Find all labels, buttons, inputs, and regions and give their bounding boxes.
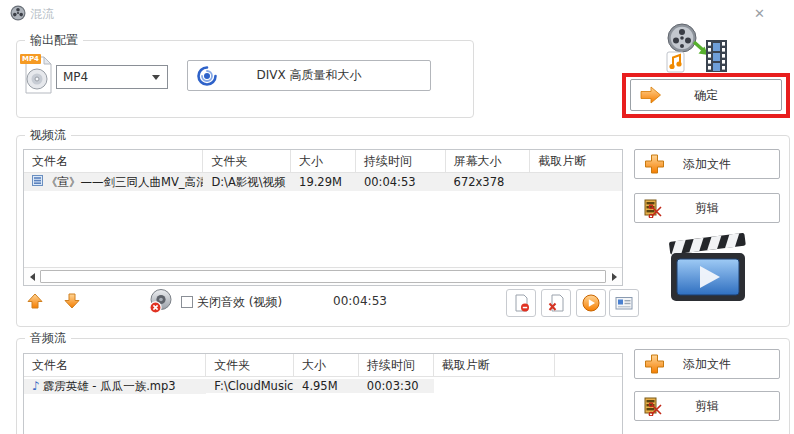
ok-button-label: 确定 — [694, 87, 718, 104]
video-file-icon — [32, 175, 43, 189]
audio-stream-legend: 音频流 — [25, 330, 71, 347]
format-select[interactable]: MP4 — [56, 65, 168, 89]
plus-icon — [644, 354, 665, 375]
profile-button[interactable]: DIVX 高质量和大小 — [187, 60, 431, 91]
col-size[interactable]: 大小 — [291, 150, 356, 172]
clapperboard-icon — [667, 229, 749, 306]
video-stream-group: 视频流 文件名 文件夹 大小 持续时间 屏幕大小 截取片断 《宣》——剑三同人曲… — [16, 135, 790, 327]
arrow-right-icon — [640, 86, 662, 105]
video-add-file-label: 添加文件 — [683, 156, 731, 173]
format-select-value: MP4 — [57, 70, 152, 84]
video-table-row[interactable]: 《宣》——剑三同人曲MV_高清... D:\A影视\视频 19.29M 00:0… — [24, 173, 622, 191]
col-folder[interactable]: 文件夹 — [203, 150, 291, 172]
audio-file-list: 文件名 文件夹 大小 持续时间 截取片断 ♪ 霹雳英雄 - 瓜瓜一族.mp3 F… — [23, 353, 623, 434]
col-empty[interactable] — [555, 354, 622, 376]
video-file-screensize: 672x378 — [446, 175, 531, 189]
audio-file-name: 霹雳英雄 - 瓜瓜一族.mp3 — [43, 379, 176, 394]
video-file-size: 19.29M — [291, 175, 356, 189]
move-down-icon[interactable] — [63, 292, 81, 313]
audio-add-file-label: 添加文件 — [683, 356, 731, 373]
move-up-icon[interactable] — [26, 292, 44, 313]
video-list-header: 文件名 文件夹 大小 持续时间 屏幕大小 截取片断 — [24, 150, 622, 173]
video-file-name: 《宣》——剑三同人曲MV_高清... — [46, 175, 203, 190]
properties-button[interactable] — [609, 289, 639, 317]
audio-add-file-button[interactable]: 添加文件 — [634, 349, 780, 379]
video-add-file-button[interactable]: 添加文件 — [634, 149, 780, 179]
col-clip[interactable]: 截取片断 — [530, 150, 622, 172]
scrollbar-thumb[interactable] — [40, 270, 606, 283]
col-filename[interactable]: 文件名 — [24, 150, 203, 172]
divx-profile-icon — [197, 66, 217, 86]
mp4-badge: MP4 — [20, 54, 41, 64]
output-config-legend: 输出配置 — [25, 32, 83, 49]
close-icon[interactable]: ✕ — [748, 4, 771, 23]
audio-file-duration: 00:03:30 — [359, 379, 434, 393]
col-filename[interactable]: 文件名 — [24, 354, 206, 376]
col-duration[interactable]: 持续时间 — [359, 354, 434, 376]
audio-file-folder: F:\CloudMusic — [206, 379, 294, 393]
mp4-file-icon: MP4 — [23, 54, 53, 97]
col-duration[interactable]: 持续时间 — [356, 150, 446, 172]
mux-media-icon — [658, 22, 730, 77]
col-screensize[interactable]: 屏幕大小 — [446, 150, 531, 172]
profile-button-label: DIVX 高质量和大小 — [256, 67, 361, 84]
audio-table-row[interactable]: ♪ 霹雳英雄 - 瓜瓜一族.mp3 F:\CloudMusic 4.95M 00… — [24, 377, 622, 395]
mute-audio-checkbox[interactable] — [181, 296, 193, 308]
mux-dialog-window: 混流 ✕ 输出配置 MP4 MP4 — [0, 0, 794, 434]
plus-icon — [644, 154, 665, 175]
video-edit-label: 剪辑 — [695, 200, 719, 217]
output-config-group: 输出配置 MP4 MP4 DIVX 高质量和大 — [16, 40, 474, 118]
scissors-clip-icon — [644, 396, 664, 416]
audio-stream-group: 音频流 文件名 文件夹 大小 持续时间 截取片断 ♪ 霹雳英雄 - 瓜瓜一族.m… — [16, 338, 790, 434]
delete-file-button[interactable] — [541, 289, 571, 317]
video-file-list: 文件名 文件夹 大小 持续时间 屏幕大小 截取片断 《宣》——剑三同人曲MV_高… — [23, 149, 623, 286]
mute-speaker-icon — [147, 288, 174, 318]
film-reel-icon — [10, 5, 26, 24]
col-clip[interactable]: 截取片断 — [434, 354, 556, 376]
play-button[interactable] — [576, 289, 606, 317]
col-size[interactable]: 大小 — [294, 354, 359, 376]
chevron-down-icon — [152, 75, 160, 80]
mute-audio-label: 关闭音效 (视频) — [197, 294, 282, 311]
horizontal-scrollbar[interactable] — [24, 267, 622, 285]
audio-edit-label: 剪辑 — [695, 398, 719, 415]
scroll-left-icon[interactable] — [24, 268, 40, 285]
scroll-right-icon[interactable] — [606, 268, 622, 285]
audio-file-size: 4.95M — [294, 379, 359, 393]
remove-file-button[interactable] — [506, 289, 536, 317]
video-file-duration: 00:04:53 — [356, 175, 446, 189]
scissors-clip-icon — [644, 198, 664, 218]
video-file-folder: D:\A影视\视频 — [203, 175, 291, 190]
current-time-value: 00:04:53 — [333, 294, 387, 308]
audio-list-header: 文件名 文件夹 大小 持续时间 截取片断 — [24, 354, 622, 377]
window-title: 混流 — [30, 6, 54, 23]
ok-button[interactable]: 确定 — [630, 79, 782, 111]
audio-edit-button[interactable]: 剪辑 — [634, 391, 780, 421]
audio-note-icon: ♪ — [32, 380, 40, 392]
col-folder[interactable]: 文件夹 — [206, 354, 294, 376]
video-stream-legend: 视频流 — [25, 127, 71, 144]
video-edit-button[interactable]: 剪辑 — [634, 193, 780, 223]
